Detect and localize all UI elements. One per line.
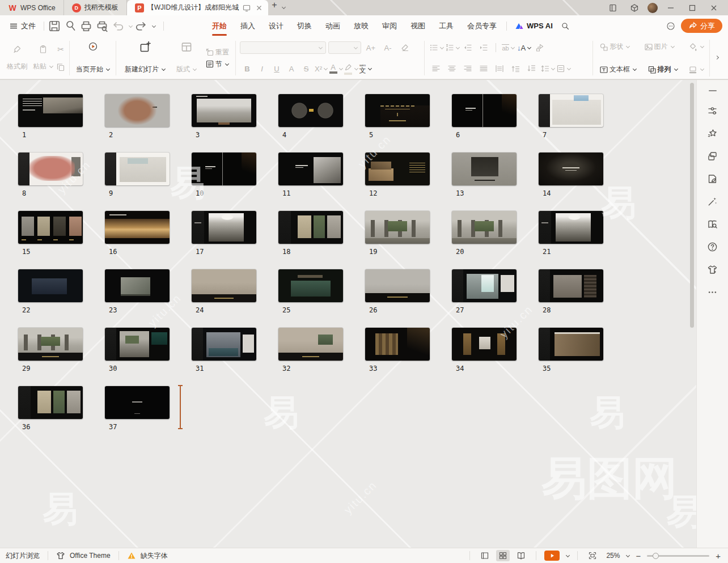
bold-button[interactable]: B [240,62,255,75]
clear-format-icon[interactable] [397,41,412,54]
distribute-icon[interactable] [492,62,507,75]
text-direction-button[interactable]: ↓A [517,41,531,54]
italic-button[interactable]: I [255,62,269,75]
switch-windows-icon[interactable] [704,147,721,164]
increase-indent-icon[interactable] [476,41,491,54]
tab-list-chevron[interactable] [280,0,285,15]
justify-icon[interactable] [476,62,491,75]
slide-thumbnail-27[interactable] [452,269,517,302]
bullets-button[interactable] [429,41,443,54]
slide-thumbnail-31[interactable] [192,328,256,361]
zoom-out-button[interactable]: − [634,551,642,561]
save-icon[interactable] [48,19,61,33]
spacing-decrease-icon[interactable] [524,62,539,75]
slide-thumbnail-17[interactable] [192,211,256,244]
ribbon-tab-放映[interactable]: 放映 [348,18,375,35]
app-tab-presentation[interactable]: P 【WJID维几设计】成都阳光城 [127,0,268,15]
slideshow-options-chevron[interactable] [564,552,569,560]
ribbon-tab-切换[interactable]: 切换 [291,18,318,35]
slide-thumbnail-20[interactable] [452,211,517,244]
picture-button[interactable]: 图片 [642,41,676,53]
format-painter-icon[interactable] [12,45,22,54]
new-tab-button[interactable]: + [268,0,280,15]
screen-share-icon[interactable] [242,3,251,12]
ribbon-tab-动画[interactable]: 动画 [319,18,346,35]
fill-color-button[interactable] [686,41,706,53]
cut-icon[interactable]: ✂ [57,45,64,54]
shapes-button[interactable]: 形状 [597,41,632,53]
slide-thumbnail-13[interactable] [452,153,517,185]
fit-to-window-button[interactable] [586,550,599,561]
smartart-convert-icon[interactable] [532,41,547,54]
decrease-font-button[interactable]: A- [380,41,395,54]
help-icon[interactable] [704,238,721,255]
slide-thumbnail-12[interactable] [365,153,430,185]
properties-sliders-icon[interactable] [704,102,721,119]
skin-theme-icon[interactable] [704,261,721,278]
char-scale-button[interactable]: ab [501,41,515,54]
redo-icon[interactable] [134,19,148,33]
slide-thumbnail-14[interactable] [539,153,603,185]
print-preview-icon[interactable] [95,19,109,33]
maximize-button[interactable] [684,0,701,15]
export-pdf-icon[interactable] [64,19,77,33]
font-name-select[interactable] [240,41,326,54]
zoom-slider-knob[interactable] [653,553,659,559]
play-from-current-icon[interactable] [88,42,98,51]
search-icon[interactable] [561,22,570,31]
zoom-level-label[interactable]: 25% [604,552,620,560]
theme-label[interactable]: Office Theme [70,552,111,560]
ribbon-tab-设计[interactable]: 设计 [263,18,290,35]
format-painter-button[interactable]: 格式刷 [5,61,29,73]
slide-thumbnail-15[interactable] [18,211,83,244]
zoom-slider-track[interactable] [647,555,709,557]
new-slide-button[interactable]: 新建幻灯片 [119,40,171,77]
more-tools-icon[interactable] [704,283,721,300]
slide-thumbnail-36[interactable] [18,386,83,419]
slide-thumbnail-7[interactable] [539,94,603,127]
line-spacing-button[interactable] [540,62,555,75]
slide-thumbnail-21[interactable] [539,211,603,244]
beautify-star-icon[interactable] [704,125,721,142]
ribbon-tab-审阅[interactable]: 审阅 [376,18,403,35]
textbox-button[interactable]: 文本框 [597,64,638,75]
file-menu-button[interactable]: 文件 [5,21,40,31]
reset-button[interactable]: 重置 [203,46,231,58]
pinyin-guide-button[interactable]: wén文 [358,62,373,75]
slide-thumbnail-37[interactable] [105,386,170,419]
resource-search-icon[interactable] [704,215,721,232]
slide-thumbnail-35[interactable] [539,328,603,361]
paste-button[interactable]: 粘贴 [31,61,55,73]
ribbon-tab-工具[interactable]: 工具 [433,18,460,35]
undo-chevron[interactable] [127,22,132,30]
slide-thumbnail-30[interactable] [105,328,170,361]
slide-thumbnail-10[interactable] [192,153,256,185]
devices-icon[interactable] [604,0,621,15]
minimize-button[interactable] [662,0,679,15]
slide-thumbnail-8[interactable] [18,153,83,185]
vertical-align-button[interactable] [556,62,570,75]
zoom-in-button[interactable]: + [714,551,722,561]
underline-button[interactable]: U [269,62,284,75]
slide-thumbnail-4[interactable] [278,94,343,127]
numbering-button[interactable] [445,41,459,54]
paste-icon[interactable] [39,45,48,54]
vertical-scrollbar-thumb[interactable] [690,83,694,328]
ribbon-tab-插入[interactable]: 插入 [234,18,261,35]
missing-fonts-label[interactable]: 缺失字体 [141,551,168,561]
slide-thumbnail-34[interactable] [452,328,517,361]
align-right-icon[interactable] [460,62,475,75]
template-library-icon[interactable] [704,170,721,187]
slide-thumbnail-23[interactable] [105,269,170,302]
strikethrough-button[interactable]: S [299,62,314,75]
feedback-icon[interactable] [666,22,675,31]
panel-collapse-handle[interactable] [709,90,717,91]
slide-sorter-canvas[interactable]: 1234567891011121314151617181920212223242… [0,80,696,548]
slide-thumbnail-5[interactable] [365,94,430,127]
slide-thumbnail-3[interactable] [192,94,256,127]
slide-thumbnail-2[interactable] [105,94,170,127]
magic-wand-icon[interactable] [704,193,721,210]
slide-thumbnail-33[interactable] [365,328,430,361]
ribbon-tab-开始[interactable]: 开始 [206,18,233,35]
slide-thumbnail-1[interactable] [18,94,83,127]
